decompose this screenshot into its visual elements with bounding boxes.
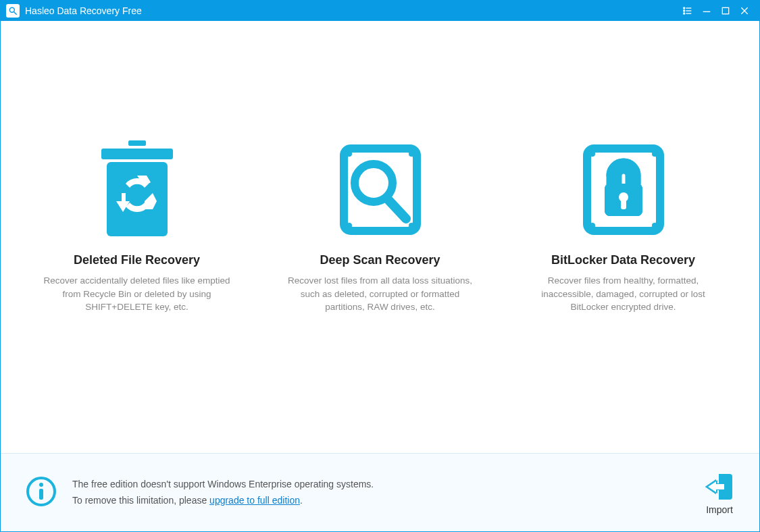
titlebar: Hasleo Data Recovery Free (1, 1, 759, 21)
import-icon (696, 471, 743, 503)
drive-scan-icon (279, 136, 482, 244)
menu-icon[interactable] (678, 1, 697, 20)
svg-rect-13 (101, 149, 173, 159)
app-icon (6, 4, 20, 18)
recycle-bin-icon (36, 136, 238, 244)
svg-rect-12 (128, 140, 146, 146)
option-bitlocker-recovery[interactable]: BitLocker Data Recovery Recover files fr… (522, 136, 725, 314)
close-icon[interactable] (735, 1, 754, 20)
svg-point-19 (347, 223, 352, 228)
svg-rect-9 (722, 7, 728, 14)
option-desc: Recover lost files from all data loss si… (279, 274, 482, 314)
import-label: Import (696, 504, 743, 515)
window-title: Hasleo Data Recovery Free (25, 5, 142, 16)
option-desc: Recover accidentally deleted files like … (36, 274, 238, 314)
svg-point-17 (347, 151, 352, 157)
svg-point-28 (652, 223, 657, 228)
svg-line-1 (14, 12, 17, 15)
maximize-icon[interactable] (716, 1, 735, 20)
footer-bar: The free edition doesn't support Windows… (1, 453, 759, 531)
import-button[interactable]: Import (696, 471, 743, 515)
svg-rect-14 (107, 162, 168, 236)
footer-line1: The free edition doesn't support Windows… (72, 477, 696, 492)
info-icon (25, 475, 57, 510)
option-desc: Recover files from healthy, formatted, i… (522, 274, 725, 314)
svg-point-4 (684, 10, 685, 11)
option-deleted-file-recovery[interactable]: Deleted File Recovery Recover accidental… (36, 136, 238, 314)
svg-point-6 (684, 13, 685, 14)
footer-line2-prefix: To remove this limitation, please (72, 495, 209, 506)
option-title: Deep Scan Recovery (279, 253, 482, 267)
footer-line2: To remove this limitation, please upgrad… (72, 493, 696, 508)
option-deep-scan-recovery[interactable]: Deep Scan Recovery Recover lost files fr… (279, 136, 482, 314)
option-title: Deleted File Recovery (36, 253, 238, 267)
svg-point-27 (590, 223, 595, 228)
footer-message: The free edition doesn't support Windows… (72, 477, 696, 508)
footer-line2-suffix: . (300, 495, 303, 506)
svg-point-26 (652, 151, 657, 157)
upgrade-link[interactable]: upgrade to full edition (209, 495, 300, 506)
main-panel: Deleted File Recovery Recover accidental… (1, 21, 759, 453)
minimize-icon[interactable] (697, 1, 716, 20)
option-title: BitLocker Data Recovery (522, 253, 725, 267)
svg-point-2 (684, 7, 685, 9)
svg-point-18 (409, 151, 414, 157)
svg-point-20 (409, 223, 414, 228)
svg-rect-38 (39, 489, 43, 500)
svg-point-37 (39, 483, 43, 487)
drive-lock-icon (522, 136, 725, 244)
svg-point-25 (590, 151, 595, 157)
